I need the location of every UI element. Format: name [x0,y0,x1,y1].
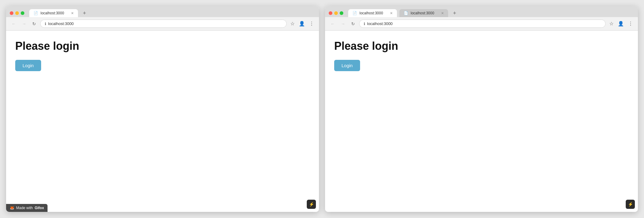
new-tab-button[interactable]: + [80,9,89,17]
tab-close-icon[interactable]: ✕ [71,11,74,15]
info-icon: ℹ [45,22,46,26]
address-text-2: localhost:3000 [367,21,393,26]
gifox-brand: Gifox [35,206,44,210]
close-button-2[interactable] [329,11,332,15]
title-bar-2: 📄 localhost:3000 ✕ 📄 localhost:3000 ✕ + [325,6,638,17]
tab-label-2a: localhost:3000 [359,11,383,15]
back-button-2[interactable]: ← [329,20,337,27]
gifox-label: Made with [16,206,33,210]
menu-button-2[interactable]: ⋮ [627,20,634,28]
maximize-button-2[interactable] [340,11,343,15]
toolbar-actions-2: ☆ 👤 ⋮ [608,20,634,28]
tab-bar-1: 📄 localhost:3000 ✕ + [10,9,315,17]
star-button[interactable]: ☆ [289,20,296,28]
address-bar-1[interactable]: ℹ localhost:3000 [40,20,287,28]
lightning-button-2[interactable]: ⚡ [626,200,635,209]
login-button-2[interactable]: Login [334,60,360,71]
address-text: localhost:3000 [48,21,74,26]
menu-button[interactable]: ⋮ [308,20,315,28]
tab-page-icon-2a: 📄 [352,11,357,15]
tab-page-icon-2b: 📄 [404,11,408,15]
traffic-lights-1 [10,11,24,15]
info-icon-2: ℹ [364,22,365,26]
profile-button-2[interactable]: 👤 [617,20,625,28]
gifox-watermark: 🦊 Made with Gifox [6,204,48,212]
reload-button-2[interactable]: ↻ [349,20,357,27]
page-content-2: Please login Login ⚡ [325,31,638,212]
profile-button[interactable]: 👤 [298,20,306,28]
browser-window-2: 📄 localhost:3000 ✕ 📄 localhost:3000 ✕ + … [325,6,638,212]
tab-close-icon-2b[interactable]: ✕ [441,11,444,15]
reload-button[interactable]: ↻ [30,20,38,27]
gifox-logo: 🦊 [10,206,14,210]
minimize-button-2[interactable] [334,11,338,15]
tab-close-icon-2a[interactable]: ✕ [390,11,393,15]
title-bar-1: 📄 localhost:3000 ✕ + [6,6,319,17]
star-button-2[interactable]: ☆ [608,20,615,28]
lightning-button-1[interactable]: ⚡ [307,200,316,209]
browser-tab-1[interactable]: 📄 localhost:3000 ✕ [29,9,78,17]
browser-window-1: 📄 localhost:3000 ✕ + ← → ↻ ℹ localhost:3… [6,6,319,212]
forward-button-2[interactable]: → [339,20,347,27]
traffic-lights-2 [329,11,343,15]
minimize-button[interactable] [15,11,19,15]
page-content-1: Please login Login 🦊 Made with Gifox ⚡ [6,31,319,212]
back-button[interactable]: ← [10,20,18,27]
browser-tab-2a[interactable]: 📄 localhost:3000 ✕ [348,9,397,17]
tab-label: localhost:3000 [41,11,64,15]
toolbar-2: ← → ↻ ℹ localhost:3000 ☆ 👤 ⋮ [325,17,638,31]
tab-bar-2: 📄 localhost:3000 ✕ 📄 localhost:3000 ✕ + [329,9,634,17]
forward-button[interactable]: → [20,20,28,27]
page-title-2: Please login [334,40,629,53]
login-button-1[interactable]: Login [15,60,41,71]
new-tab-button-2[interactable]: + [451,9,459,17]
browser-tab-2b[interactable]: 📄 localhost:3000 ✕ [399,9,448,17]
maximize-button[interactable] [21,11,24,15]
tab-page-icon: 📄 [34,11,38,15]
toolbar-actions-1: ☆ 👤 ⋮ [289,20,315,28]
close-button[interactable] [10,11,13,15]
page-title-1: Please login [15,40,310,53]
toolbar-1: ← → ↻ ℹ localhost:3000 ☆ 👤 ⋮ [6,17,319,31]
address-bar-2[interactable]: ℹ localhost:3000 [359,20,606,28]
tab-label-2b: localhost:3000 [411,11,434,15]
